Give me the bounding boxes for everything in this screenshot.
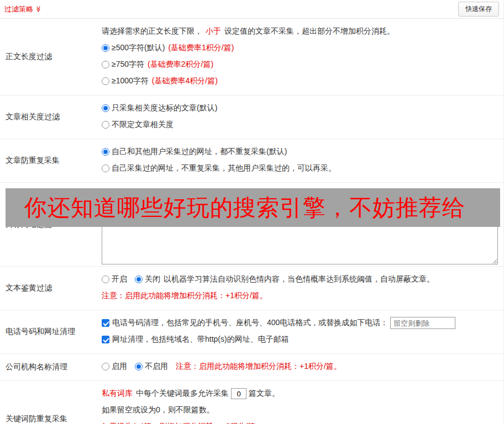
relevance-option-strict: 只采集相关度达标的文章(默认) — [102, 100, 498, 116]
row-phone-url-clean: 电话号码和网址清理 电话号码清理，包括常见的手机号、座机号、400电话格式，或替… — [0, 310, 503, 354]
porn-option-off-label: 关闭 — [145, 274, 160, 284]
dedup-option-self: 自己采集过的网址，不重复采集，其他用户采集过的，可以再采。 — [102, 160, 498, 177]
company-option-on-label: 启用 — [112, 362, 127, 372]
radio-company-off[interactable] — [135, 363, 143, 370]
quick-save-button[interactable]: 快速保存 — [458, 2, 499, 17]
length-option-750-note: (基础费率2积分/篇) — [148, 60, 213, 70]
length-option-1000-note: (基础费率4积分/篇) — [152, 76, 218, 86]
porn-option-on-label: 开启 — [112, 274, 127, 284]
row-content-relevance-filter: 只采集相关度达标的文章(默认) 不限定文章相关度 — [97, 96, 503, 139]
page-title[interactable]: 过滤策略 ≫ — [4, 4, 42, 14]
row-relevance-filter: 文章相关度过滤 只采集相关度达标的文章(默认) 不限定文章相关度 — [0, 96, 503, 139]
top-bar: 过滤策略 ≫ 快速保存 — [0, 0, 503, 19]
chevron-down-icon: ≫ — [35, 6, 42, 13]
length-filter-intro-highlight: 小于 — [206, 26, 221, 36]
row-company-clean: 公司机构名称清理 启用 不启用 注意：启用此功能将增加积分消耗：+1积分/篇。 — [0, 354, 503, 381]
row-label-keyword-dedup: 关键词防重复采集 — [0, 381, 97, 424]
length-option-500-label: ≥500字符(默认) — [112, 43, 165, 53]
phone-replace-input[interactable] — [390, 317, 455, 329]
row-label-porn-filter: 文本鉴黄过滤 — [0, 267, 97, 310]
filter-strategy-page: 过滤策略 ≫ 快速保存 正文长度过滤 请选择需求的正文长度下限， 小于 设定值的… — [0, 0, 504, 424]
phone-clean-line: 电话号码清理，包括常见的手机号、座机号、400电话格式，或替换成如下电话： — [102, 315, 498, 331]
length-option-750: ≥750字符 (基础费率2积分/篇) — [102, 56, 498, 73]
radio-relevance-strict[interactable] — [102, 104, 109, 112]
row-label-company-clean: 公司机构名称清理 — [0, 354, 97, 380]
length-option-750-label: ≥750字符 — [112, 60, 144, 70]
length-option-500-note: (基础费率1积分/篇) — [168, 43, 234, 53]
radio-dedup-all[interactable] — [102, 148, 109, 156]
radio-dedup-self[interactable] — [102, 165, 109, 172]
row-content-length-filter: 请选择需求的正文长度下限， 小于 设定值的文章不采集，超出部分不增加积分消耗。 … — [97, 19, 503, 95]
radio-relevance-any[interactable] — [102, 121, 109, 129]
relevance-option-any: 不限定文章相关度 — [102, 116, 498, 133]
row-porn-filter: 文本鉴黄过滤 开启 /* checked state drawn by clas… — [0, 267, 503, 310]
length-filter-intro-suffix: 设定值的文章不采集，超出部分不增加积分消耗。 — [224, 26, 395, 36]
keyword-limit-input[interactable] — [231, 388, 246, 399]
row-length-filter: 正文长度过滤 请选择需求的正文长度下限， 小于 设定值的文章不采集，超出部分不增… — [0, 19, 503, 96]
checkbox-phone-clean[interactable] — [102, 319, 109, 327]
row-content-company-clean: 启用 不启用 注意：启用此功能将增加积分消耗：+1积分/篇。 — [97, 354, 503, 380]
row-label-phone-url-clean: 电话号码和网址清理 — [0, 310, 97, 353]
porn-filter-options: 开启 /* checked state drawn by class below… — [102, 271, 498, 288]
company-clean-note: 注意：启用此功能将增加积分消耗：+1积分/篇。 — [176, 362, 342, 372]
row-dedup-filter: 文章防重复采集 自己和其他用户采集过的网址，都不重复采集(默认) 自己采集过的网… — [0, 139, 503, 183]
keyword-limit-suffix: 篇文章。 — [249, 389, 280, 399]
radio-length-750[interactable] — [102, 61, 109, 68]
dedup-option-self-label: 自己采集过的网址，不重复采集，其他用户采集过的，可以再采。 — [112, 163, 336, 173]
row-content-dedup-filter: 自己和其他用户采集过的网址，都不重复采集(默认) 自己采集过的网址，不重复采集，… — [97, 139, 503, 182]
row-keyword-dedup: 关键词防重复采集 私有词库 中每个关键词最多允许采集 篇文章。 如果留空或设为0… — [0, 381, 503, 424]
length-option-500: ≥500字符(默认) (基础费率1积分/篇) — [102, 40, 498, 56]
keyword-rule-zero: 如果留空或设为0，则不限篇数。 — [102, 402, 498, 418]
row-label-dedup-filter: 文章防重复采集 — [0, 139, 97, 182]
keyword-rule-1-4: 如果设为1-4篇，则增加积分消耗：+2积分/篇。 — [102, 418, 498, 424]
promo-overlay-text: 你还知道哪些好玩的搜索引擎，不妨推荐给 — [24, 193, 465, 223]
porn-filter-description: 以机器学习算法自动识别色情内容，当色情概率达到系统阈值，自动屏蔽文章。 — [164, 274, 434, 284]
radio-length-1000[interactable] — [102, 77, 109, 85]
length-filter-intro: 请选择需求的正文长度下限， 小于 设定值的文章不采集，超出部分不增加积分消耗。 — [102, 23, 498, 40]
row-label-relevance-filter: 文章相关度过滤 — [0, 96, 97, 139]
keyword-limit-line: 私有词库 中每个关键词最多允许采集 篇文章。 — [102, 385, 498, 402]
dedup-option-all: 自己和其他用户采集过的网址，都不重复采集(默认) — [102, 144, 498, 160]
row-content-porn-filter: 开启 /* checked state drawn by class below… — [97, 267, 503, 310]
radio-company-on[interactable] — [102, 363, 109, 370]
length-option-1000-label: ≥1000字符 — [112, 76, 149, 86]
porn-filter-note: 注意：启用此功能将增加积分消耗：+1积分/篇。 — [102, 288, 498, 304]
page-title-label: 过滤策略 — [4, 4, 33, 14]
company-option-off-label: 不启用 — [145, 362, 168, 372]
keyword-limit-mid: 中每个关键词最多允许采集 — [136, 389, 229, 399]
radio-porn-on[interactable] — [102, 275, 109, 283]
promo-overlay-banner: 你还知道哪些好玩的搜索引擎，不妨推荐给 — [6, 188, 500, 227]
phone-clean-label: 电话号码清理，包括常见的手机号、座机号、400电话格式，或替换成如下电话： — [112, 318, 388, 328]
row-label-length-filter: 正文长度过滤 — [0, 19, 97, 95]
checkbox-url-clean[interactable] — [102, 336, 109, 343]
private-lexicon-link[interactable]: 私有词库 — [102, 389, 133, 399]
company-clean-options: 启用 不启用 注意：启用此功能将增加积分消耗：+1积分/篇。 — [102, 358, 498, 375]
row-content-keyword-dedup: 私有词库 中每个关键词最多允许采集 篇文章。 如果留空或设为0，则不限篇数。 如… — [97, 381, 503, 424]
url-clean-label: 网址清理，包括纯域名、带http(s)的网址、电子邮箱 — [112, 335, 289, 344]
relevance-option-any-label: 不限定文章相关度 — [112, 120, 174, 130]
radio-length-500[interactable] — [102, 44, 109, 52]
url-clean-line: 网址清理，包括纯域名、带http(s)的网址、电子邮箱 — [102, 331, 498, 348]
dedup-option-all-label: 自己和其他用户采集过的网址，都不重复采集(默认) — [112, 147, 287, 157]
relevance-option-strict-label: 只采集相关度达标的文章(默认) — [112, 103, 217, 113]
length-option-1000: ≥1000字符 (基础费率4积分/篇) — [102, 73, 498, 89]
radio-porn-off[interactable] — [135, 275, 143, 283]
row-content-phone-url-clean: 电话号码清理，包括常见的手机号、座机号、400电话格式，或替换成如下电话： 网址… — [97, 310, 503, 353]
length-filter-intro-prefix: 请选择需求的正文长度下限， — [102, 26, 202, 36]
